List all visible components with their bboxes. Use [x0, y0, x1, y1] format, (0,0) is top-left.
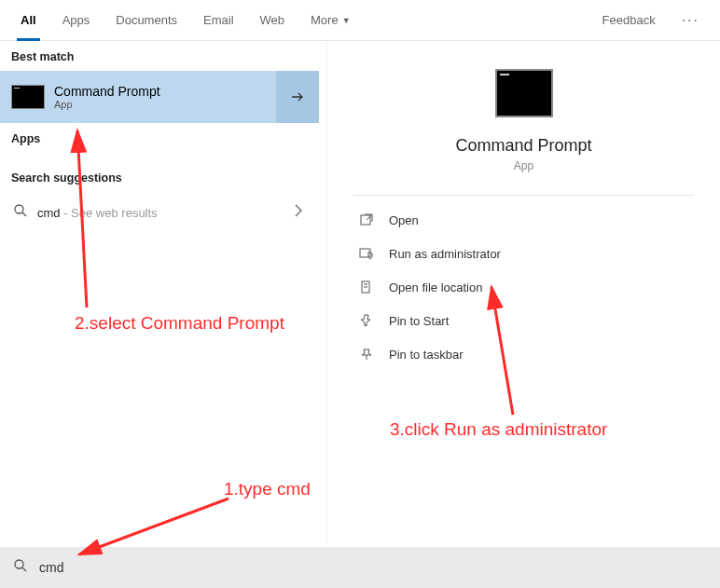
- suggestion-hint: - See web results: [61, 206, 158, 220]
- command-prompt-icon: [495, 69, 553, 117]
- chevron-right-icon: [291, 203, 306, 222]
- tab-more-label: More: [311, 13, 339, 27]
- more-options-button[interactable]: ···: [669, 12, 713, 29]
- suggestion-term: cmd: [37, 206, 61, 220]
- svg-line-8: [22, 567, 26, 571]
- feedback-link[interactable]: Feedback: [589, 13, 669, 27]
- chevron-down-icon: ▼: [342, 16, 351, 25]
- results-panel: Best match Command Prompt App Apps Searc…: [0, 41, 319, 544]
- command-prompt-icon: [11, 85, 45, 109]
- action-run-admin[interactable]: Run as administrator: [327, 237, 720, 270]
- pin-taskbar-icon: [357, 347, 376, 362]
- open-icon: [357, 212, 376, 227]
- action-label: Pin to taskbar: [389, 348, 464, 362]
- action-label: Pin to Start: [389, 314, 449, 328]
- tab-web[interactable]: Web: [247, 0, 298, 41]
- annotation-1: 1.type cmd: [224, 479, 311, 499]
- annotation-2: 2.select Command Prompt: [75, 313, 284, 334]
- search-icon: [13, 203, 28, 222]
- best-match-subtitle: App: [54, 99, 160, 110]
- svg-line-1: [22, 212, 26, 216]
- search-bar: [0, 547, 720, 588]
- divider: [353, 195, 694, 196]
- expand-arrow-button[interactable]: [276, 71, 319, 123]
- search-icon: [13, 558, 28, 577]
- svg-rect-2: [361, 215, 370, 225]
- tab-documents[interactable]: Documents: [103, 0, 190, 41]
- annotation-3: 3.click Run as administrator: [390, 419, 607, 440]
- action-pin-taskbar[interactable]: Pin to taskbar: [327, 337, 720, 371]
- tab-apps[interactable]: Apps: [49, 0, 104, 41]
- svg-point-0: [15, 205, 23, 213]
- web-suggestion-item[interactable]: cmd - See web results: [0, 192, 319, 233]
- preview-title: Command Prompt: [455, 136, 591, 156]
- tab-all[interactable]: All: [7, 0, 49, 41]
- action-pin-start[interactable]: Pin to Start: [327, 304, 720, 337]
- tab-email[interactable]: Email: [190, 0, 247, 41]
- best-match-item[interactable]: Command Prompt App: [0, 71, 276, 123]
- preview-panel: Command Prompt App Open Run as administr…: [326, 41, 720, 544]
- preview-subtitle: App: [514, 159, 533, 172]
- best-match-title: Command Prompt: [54, 84, 160, 99]
- search-input[interactable]: [39, 560, 707, 575]
- action-open[interactable]: Open: [327, 203, 720, 237]
- pin-icon: [357, 313, 376, 328]
- svg-point-7: [15, 560, 23, 568]
- action-open-location[interactable]: Open file location: [327, 270, 720, 304]
- best-match-label: Best match: [0, 41, 319, 71]
- apps-section-label: Apps: [0, 123, 319, 153]
- shield-run-icon: [357, 246, 376, 261]
- search-suggestions-label: Search suggestions: [0, 153, 319, 192]
- tab-more[interactable]: More ▼: [298, 0, 364, 41]
- action-label: Run as administrator: [389, 247, 501, 261]
- action-label: Open file location: [389, 280, 482, 294]
- action-label: Open: [389, 213, 419, 227]
- arrow-right-icon: [290, 89, 305, 104]
- folder-icon: [357, 280, 376, 294]
- filter-tabs: All Apps Documents Email Web More ▼ Feed…: [0, 0, 720, 41]
